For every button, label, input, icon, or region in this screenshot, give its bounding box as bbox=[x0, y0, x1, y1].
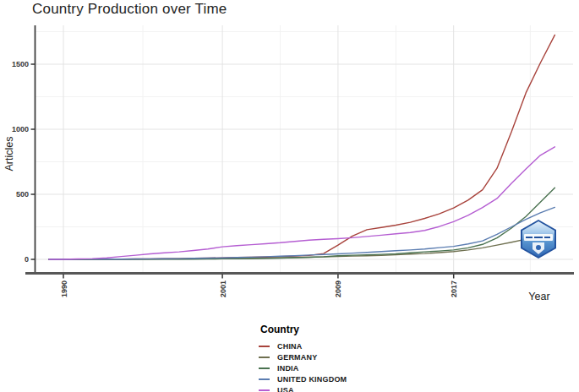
legend-key-line bbox=[259, 389, 270, 391]
legend-entry-label: GERMANY bbox=[277, 353, 317, 362]
hexagon-logo-banner bbox=[524, 234, 553, 241]
legend-entry-label: UNITED KINGDOM bbox=[277, 375, 347, 384]
legend-title: Country bbox=[260, 324, 347, 335]
y-tick-label: 1000 bbox=[12, 125, 29, 133]
legend-key-line bbox=[259, 378, 270, 380]
hexagon-logo-emblem bbox=[536, 245, 541, 250]
x-tick-label: 2017 bbox=[450, 280, 458, 297]
hexagon-watermark-logo bbox=[521, 220, 556, 259]
x-tick-label: 2009 bbox=[334, 280, 342, 297]
x-tick-label: 1990 bbox=[60, 280, 68, 297]
series-line-united-kingdom bbox=[49, 207, 555, 259]
chart-plot-area: 0500100015001990200120092017 bbox=[0, 0, 579, 317]
series-line-usa bbox=[49, 147, 555, 259]
y-tick-label: 1500 bbox=[12, 60, 29, 68]
legend-key-line bbox=[259, 346, 270, 347]
legend: Country CHINAGERMANYINDIAUNITED KINGDOMU… bbox=[259, 324, 347, 392]
x-tick-label: 2001 bbox=[219, 280, 227, 297]
legend-entry-label: CHINA bbox=[277, 342, 303, 351]
x-axis-title: Year bbox=[517, 291, 561, 302]
legend-entry: INDIA bbox=[259, 364, 347, 372]
y-tick-label: 500 bbox=[16, 190, 29, 199]
legend-key-line bbox=[259, 357, 270, 358]
legend-entry: GERMANY bbox=[259, 353, 347, 361]
y-axis-title: Articles bbox=[3, 137, 15, 172]
chart-canvas: Country Production over Time 05001000150… bbox=[0, 0, 579, 392]
legend-entry: CHINA bbox=[259, 342, 347, 350]
legend-entry: UNITED KINGDOM bbox=[259, 375, 347, 383]
series-line-china bbox=[49, 35, 555, 259]
legend-entry-label: USA bbox=[277, 386, 294, 392]
legend-entry-label: INDIA bbox=[277, 364, 299, 373]
legend-key-line bbox=[259, 368, 270, 369]
legend-entry: USA bbox=[259, 386, 347, 392]
y-tick-label: 0 bbox=[25, 255, 29, 264]
legend-entries: CHINAGERMANYINDIAUNITED KINGDOMUSA bbox=[259, 342, 347, 392]
